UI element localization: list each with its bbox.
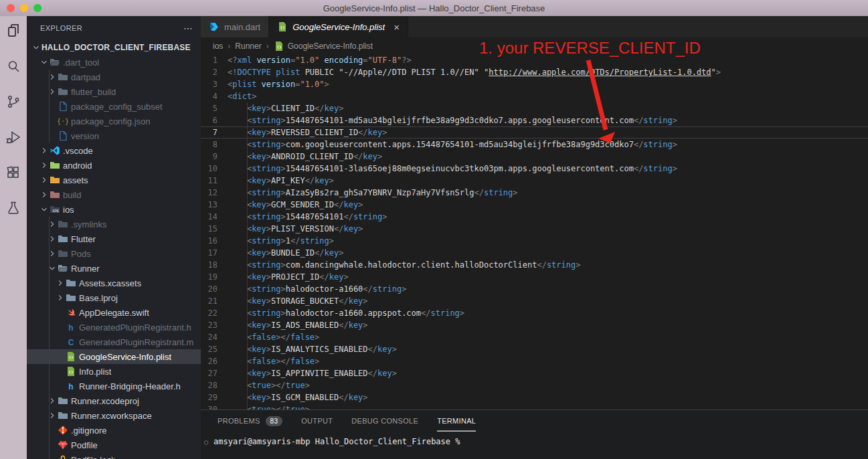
chevron-down-icon[interactable]: [39, 57, 50, 68]
panel-tab-label: PROBLEMS: [218, 417, 260, 425]
code-line-28[interactable]: 28 <true></true>: [201, 379, 868, 391]
chevron-right-icon[interactable]: [39, 160, 50, 171]
tree-item-package-config-subset[interactable]: package_config_subset: [27, 99, 201, 114]
tab-googleservice-info-plist[interactable]: ❮❯GoogleService-Info.plist×: [269, 16, 408, 37]
code-editor[interactable]: 1<?xml version="1.0" encoding="UTF-8"?>2…: [201, 54, 868, 409]
code-line-5[interactable]: 5 <key>CLIENT_ID</key>: [201, 102, 868, 114]
tree-item-flutter[interactable]: Flutter: [27, 232, 201, 246]
code-line-29[interactable]: 29 <key>IS_GCM_ENABLED</key>: [201, 391, 868, 403]
tree-item-generatedpluginregistrant-h[interactable]: hGeneratedPluginRegistrant.h: [27, 320, 201, 335]
activitybar-extensions-button[interactable]: [5, 165, 21, 181]
breadcrumb-segment-ios[interactable]: ios: [213, 41, 223, 51]
tree-item-podfile-lock[interactable]: Podfile.lock: [27, 452, 201, 459]
tree-item-label: build: [63, 190, 81, 200]
tree-item-gitignore[interactable]: .gitignore: [27, 423, 201, 438]
tree-item-version[interactable]: version: [27, 128, 201, 143]
tree-item-assets-xcassets[interactable]: Assets.xcassets: [27, 276, 201, 290]
tree-item-vscode[interactable]: .vscode: [27, 143, 201, 158]
line-content: <key>PROJECT_ID</key>: [228, 271, 349, 283]
tree-item-flutter-build[interactable]: flutter_build: [27, 84, 201, 99]
tree-item-base-lproj[interactable]: Base.lproj: [27, 290, 201, 305]
tree-item-dart-tool[interactable]: .dart_tool: [27, 55, 201, 70]
close-tab-icon[interactable]: ×: [394, 21, 400, 33]
line-number: 15: [201, 223, 228, 235]
tree-item-podfile[interactable]: Podfile: [27, 438, 201, 452]
code-line-19[interactable]: 19 <key>PROJECT_ID</key>: [201, 271, 868, 283]
panel-tab-problems[interactable]: PROBLEMS83: [218, 410, 282, 432]
code-line-18[interactable]: 18 <string>com.dancingwhale.halodoctor.c…: [201, 259, 868, 271]
code-line-23[interactable]: 23 <key>IS_ADS_ENABLED</key>: [201, 319, 868, 331]
code-line-3[interactable]: 3<plist version="1.0">: [201, 78, 868, 90]
svg-text:{·}: {·}: [58, 118, 68, 125]
activitybar-testing-button[interactable]: [5, 200, 21, 216]
code-line-11[interactable]: 11 <key>API_KEY</key>: [201, 175, 868, 187]
tree-item-runner-xcodeproj[interactable]: Runner.xcodeproj: [27, 393, 201, 408]
chevron-right-icon[interactable]: [55, 292, 66, 303]
code-line-8[interactable]: 8 <string>com.googleusercontent.apps.154…: [201, 139, 868, 151]
panel-tab-debug-console[interactable]: DEBUG CONSOLE: [351, 410, 418, 432]
tree-item-info-plist[interactable]: ❮❯Info.plist: [27, 364, 201, 379]
line-number: 26: [201, 355, 228, 367]
code-line-24[interactable]: 24 <false></false>: [201, 331, 868, 343]
code-line-21[interactable]: 21 <key>STORAGE_BUCKET</key>: [201, 295, 868, 307]
code-line-17[interactable]: 17 <key>BUNDLE_ID</key>: [201, 247, 868, 259]
titlebar: GoogleService-Info.plist — Hallo_Doctor_…: [0, 0, 868, 16]
breadcrumb-segment-googleservice-info-plist[interactable]: ❮❯GoogleService-Info.plist: [274, 41, 373, 52]
tree-item-build[interactable]: build: [27, 187, 201, 202]
chevron-right-icon[interactable]: [39, 189, 50, 200]
code-line-14[interactable]: 14 <string>154487654101</string>: [201, 211, 868, 223]
tree-item-pods[interactable]: Pods: [27, 246, 201, 261]
chevron-down-icon[interactable]: [39, 204, 50, 215]
tree-item-ios[interactable]: iOSios: [27, 202, 201, 217]
panel-tab-output[interactable]: OUTPUT: [301, 410, 333, 432]
code-line-30[interactable]: 30 <true></true>: [201, 403, 868, 409]
tree-item-runner-bridging-header-h[interactable]: hRunner-Bridging-Header.h: [27, 379, 201, 393]
tree-item-package-config-json[interactable]: {·}package_config.json: [27, 114, 201, 128]
code-line-20[interactable]: 20 <string>halodoctor-a1660</string>: [201, 283, 868, 295]
panel-tab-terminal[interactable]: TERMINAL: [437, 410, 476, 432]
chevron-down-icon[interactable]: [31, 42, 41, 53]
tree-item-hallo-doctor-client-firebase[interactable]: HALLO_DOCTOR_CLIENT_FIREBASE: [27, 40, 201, 55]
terminal[interactable]: ○ amsyari@amsyaris-mbp Hallo_Doctor_Clie…: [201, 437, 868, 446]
tree-item-runner-xcworkspace[interactable]: Runner.xcworkspace: [27, 408, 201, 423]
chevron-right-icon[interactable]: [55, 278, 66, 288]
zoom-window-button[interactable]: [33, 4, 41, 12]
tree-item-googleservice-info-plist[interactable]: ❮❯GoogleService-Info.plist: [27, 349, 201, 364]
more-actions-icon[interactable]: ⋯: [183, 23, 193, 33]
vscode-window: GoogleService-Info.plist — Hallo_Doctor_…: [0, 0, 868, 459]
chevron-right-icon[interactable]: [39, 175, 50, 185]
tree-item-android[interactable]: android: [27, 158, 201, 173]
tree-item-runner[interactable]: Runner: [27, 261, 201, 276]
tree-item-generatedpluginregistrant-m[interactable]: CGeneratedPluginRegistrant.m: [27, 335, 201, 349]
activitybar-source-control-button[interactable]: [5, 94, 21, 110]
tab-main-dart[interactable]: main.dart: [201, 16, 269, 37]
code-line-1[interactable]: 1<?xml version="1.0" encoding="UTF-8"?>: [201, 54, 868, 66]
code-line-16[interactable]: 16 <string>1</string>: [201, 235, 868, 247]
code-line-10[interactable]: 10 <string>154487654101-3las65oej88m0egs…: [201, 163, 868, 175]
code-line-22[interactable]: 22 <string>halodoctor-a1660.appspot.com<…: [201, 307, 868, 319]
tree-item-dartpad[interactable]: dartpad: [27, 70, 201, 84]
tree-item-symlinks[interactable]: .symlinks: [27, 217, 201, 232]
tree-item-appdelegate-swift[interactable]: AppDelegate.swift: [27, 305, 201, 320]
code-line-27[interactable]: 27 <key>IS_APPINVITE_ENABLED</key>: [201, 367, 868, 379]
code-line-25[interactable]: 25 <key>IS_ANALYTICS_ENABLED</key>: [201, 343, 868, 355]
code-line-6[interactable]: 6 <string>154487654101-md5au34bgleijfrfb…: [201, 114, 868, 126]
breadcrumb-segment-runner[interactable]: Runner: [235, 41, 261, 51]
code-line-9[interactable]: 9 <key>ANDROID_CLIENT_ID</key>: [201, 151, 868, 163]
activitybar-explorer-button[interactable]: [5, 23, 21, 39]
activitybar-search-button[interactable]: [5, 58, 21, 74]
code-line-7[interactable]: 7 <key>REVERSED_CLIENT_ID</key>: [201, 126, 868, 139]
activitybar-run-debug-button[interactable]: [5, 129, 21, 145]
code-line-15[interactable]: 15 <key>PLIST_VERSION</key>: [201, 223, 868, 235]
code-line-2[interactable]: 2<!DOCTYPE plist PUBLIC "-//Apple//DTD P…: [201, 66, 868, 78]
minimize-window-button[interactable]: [20, 4, 28, 12]
code-line-12[interactable]: 12 <string>AIzaSyBs2ra_ghSa7YBNRV_Nzp7aH…: [201, 187, 868, 199]
tree-item-label: Runner.xcworkspace: [71, 411, 152, 421]
chevron-right-icon[interactable]: [39, 145, 50, 156]
code-line-4[interactable]: 4<dict>: [201, 90, 868, 102]
tree-item-assets[interactable]: assets: [27, 173, 201, 187]
code-line-13[interactable]: 13 <key>GCM_SENDER_ID</key>: [201, 199, 868, 211]
line-number: 24: [201, 331, 228, 343]
code-line-26[interactable]: 26 <false></false>: [201, 355, 868, 367]
close-window-button[interactable]: [7, 4, 15, 12]
